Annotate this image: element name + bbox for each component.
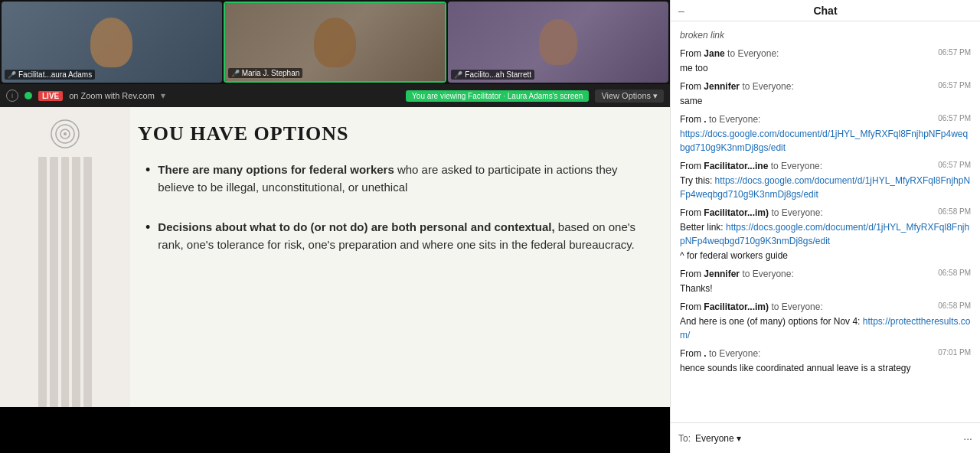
chat-message-5: 06:58 PM From Facilitator...im) to Every… [680, 206, 971, 262]
recipient-1: to Everyone: [727, 48, 779, 59]
participant-label-2: 🎤 Maria J. Stephan [228, 68, 303, 78]
timestamp-6: 06:58 PM [938, 267, 971, 279]
viewing-banner: You are viewing Facilitator · Laura Adam… [406, 90, 589, 102]
chat-footer: To: Everyone ▾ ··· [671, 422, 980, 453]
recipient-2: to Everyone: [742, 81, 793, 92]
recipient-7: to Everyone: [771, 301, 822, 312]
slide-content: You have options • There are many option… [130, 107, 670, 407]
dropdown-arrow[interactable]: ▾ [161, 90, 165, 101]
sender-1: Jane [704, 48, 724, 59]
bullet-item-1: • There are many options for federal wor… [145, 161, 647, 197]
chat-message-4: 06:57 PM From Facilitator...ine to Every… [680, 159, 971, 201]
message-text-3: https://docs.google.com/document/d/1jHYL… [680, 127, 971, 155]
slide-title: You have options [138, 122, 647, 145]
left-panel: 🎤 Facilitat...aura Adams 🎤 Maria J. Step… [0, 0, 670, 453]
bottom-bar [0, 407, 670, 453]
bullet-text-2: Decisions about what to do (or not do) a… [158, 218, 647, 254]
message-text-2: same [680, 94, 971, 108]
slide-area: You have options • There are many option… [0, 107, 670, 407]
timestamp-4: 06:57 PM [938, 159, 971, 171]
sender-3: . [704, 114, 706, 125]
column-lines [34, 157, 96, 407]
bullet-dot-1: • [145, 162, 150, 178]
broken-link-text: broken link [680, 28, 971, 42]
view-options-chevron: ▾ [653, 91, 658, 101]
timestamp-5: 06:58 PM [938, 206, 971, 217]
chat-messages: broken link 06:57 PM From Jane to Everyo… [671, 21, 980, 422]
sender-5: Facilitator...im) [704, 207, 769, 218]
sender-8: . [704, 348, 706, 359]
view-options-button[interactable]: View Options ▾ [595, 90, 664, 103]
video-thumb-2: 🎤 Maria J. Stephan [224, 2, 447, 83]
live-badge: LIVE [38, 91, 63, 101]
recipient-6: to Everyone: [742, 269, 793, 279]
chat-message-3: 06:57 PM From . to Everyone: https://doc… [680, 112, 971, 155]
message-text-8: hence sounds like coordinated annual lea… [680, 361, 971, 375]
recipient-3: to Everyone: [709, 114, 760, 125]
sender-7: Facilitator...im) [704, 301, 769, 312]
chat-message-7: 06:58 PM From Facilitator...im) to Every… [680, 300, 971, 342]
message-text-6: Thanks! [680, 282, 971, 295]
slide-bullets: • There are many options for federal wor… [138, 161, 647, 253]
sender-6: Jennifer [704, 269, 740, 279]
chat-header: – Chat [671, 0, 980, 21]
chat-message-1: 06:57 PM From Jane to Everyone: me too [680, 47, 971, 75]
message-text-7: And here is one (of many) options for No… [680, 314, 971, 342]
toolbar: i LIVE on Zoom with Rev.com ▾ You are vi… [0, 84, 670, 107]
recipient-5: to Everyone: [771, 207, 822, 218]
recipient-dropdown[interactable]: Everyone ▾ [695, 433, 741, 444]
minimize-button[interactable]: – [678, 5, 684, 17]
video-strip: 🎤 Facilitat...aura Adams 🎤 Maria J. Step… [0, 0, 670, 84]
message-link-5[interactable]: https://docs.google.com/document/d/1jHYL… [680, 222, 969, 246]
status-dot [24, 92, 32, 99]
message-text-1: me too [680, 61, 971, 75]
message-text-4: Try this: https://docs.google.com/docume… [680, 174, 971, 201]
to-label: To: [678, 433, 691, 444]
more-options-button[interactable]: ··· [963, 432, 972, 445]
message-text-5: Better link: https://docs.google.com/doc… [680, 220, 971, 248]
chat-message-8: 07:01 PM From . to Everyone: hence sound… [680, 347, 971, 375]
chat-panel: – Chat broken link 06:57 PM From Jane to… [670, 0, 980, 453]
bullet-item-2: • Decisions about what to do (or not do)… [145, 218, 647, 254]
sender-4: Facilitator...ine [704, 161, 768, 171]
chat-title: Chat [813, 5, 837, 17]
target-icon [50, 119, 80, 149]
message-link-4[interactable]: https://docs.google.com/document/d/1jHYL… [680, 175, 970, 200]
recipient-8: to Everyone: [709, 348, 760, 359]
chat-message-0: broken link [680, 28, 971, 42]
bullet-dot-2: • [145, 220, 150, 236]
timestamp-8: 07:01 PM [938, 347, 971, 358]
chevron-down-icon: ▾ [737, 433, 741, 444]
timestamp-7: 06:58 PM [938, 300, 971, 311]
column-decoration [0, 107, 130, 407]
sender-2: Jennifer [704, 81, 740, 92]
participant-label-3: 🎤 Facilito...ah Starrett [451, 70, 534, 80]
timestamp-2: 06:57 PM [938, 80, 971, 91]
chat-message-2: 06:57 PM From Jennifer to Everyone: same [680, 80, 971, 108]
info-button[interactable]: i [6, 90, 18, 102]
video-thumb-3: 🎤 Facilito...ah Starrett [448, 2, 668, 83]
timestamp-1: 06:57 PM [938, 47, 971, 58]
participant-label-1: 🎤 Facilitat...aura Adams [5, 70, 95, 80]
chat-message-6: 06:58 PM From Jennifer to Everyone: Than… [680, 267, 971, 295]
message-link-3[interactable]: https://docs.google.com/document/d/1jHYL… [680, 129, 968, 153]
recipient-4: to Everyone: [771, 161, 822, 171]
zoom-label: on Zoom with Rev.com [69, 91, 155, 100]
bullet-text-1: There are many options for federal worke… [158, 161, 647, 197]
video-thumb-1: 🎤 Facilitat...aura Adams [2, 2, 222, 83]
timestamp-3: 06:57 PM [938, 112, 971, 124]
svg-point-3 [64, 132, 67, 135]
message-link-7[interactable]: https://protecttheresults.com/ [680, 316, 971, 341]
recipient-value: Everyone [695, 433, 734, 444]
message-suffix-5: ^ for federal workers guide [680, 249, 971, 262]
